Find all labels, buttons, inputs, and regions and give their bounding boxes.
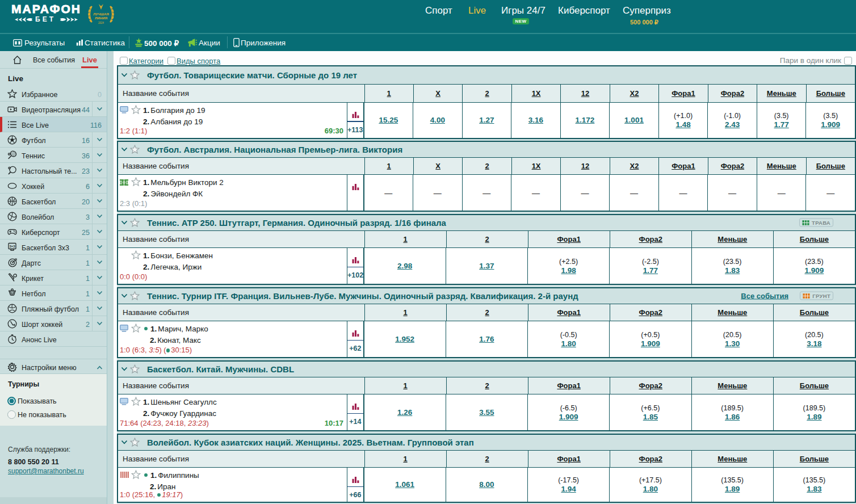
svg-text:2024: 2024 [98, 22, 104, 24]
svg-text:ЛИНИЯ: ЛИНИЯ [95, 16, 108, 20]
svg-text:3×3: 3×3 [9, 245, 15, 248]
svg-text:ЛУЧШАЯ: ЛУЧШАЯ [93, 12, 109, 16]
